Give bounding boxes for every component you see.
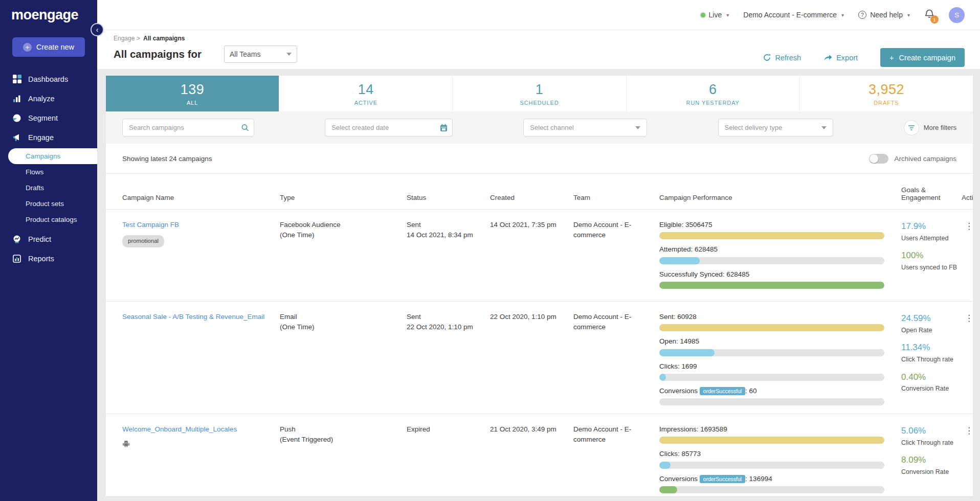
goal-metric: 0.40% Conversion Rate xyxy=(901,371,957,393)
sidebar-item-reports[interactable]: Reports xyxy=(0,249,97,268)
sidebar: moengage ‹ + Create new Dashboards Analy… xyxy=(0,0,97,501)
performance-metric: Conversions orderSuccessful: 136994 xyxy=(659,474,897,493)
performance-bar xyxy=(659,462,884,469)
chevron-down-icon xyxy=(635,126,640,129)
sidebar-item-engage[interactable]: Engage xyxy=(0,128,97,147)
filter-bar: Select channel Select delivery type More… xyxy=(106,111,973,144)
goal-metric: 5.06% Click Through rate xyxy=(901,424,957,447)
goal-metric: 11.34% Click Through rate xyxy=(901,341,957,363)
delivery-placeholder: Select delivery type xyxy=(725,124,783,131)
sidebar-collapse-button[interactable]: ‹ xyxy=(91,23,104,36)
column-header-name: Campaign Name xyxy=(122,194,276,201)
column-header-goals: Goals & Engagement xyxy=(901,186,957,201)
table-header: Campaign Name Type Status Created Team C… xyxy=(106,174,973,210)
account-switcher[interactable]: Demo Account - E-commerce ▾ xyxy=(743,11,844,19)
tab-label: ALL xyxy=(187,100,198,106)
avatar[interactable]: S xyxy=(949,7,965,23)
environment-label: Live xyxy=(709,11,722,19)
sidebar-item-label: Reports xyxy=(28,255,54,263)
sidebar-item-product-catalogs[interactable]: Product catalogs xyxy=(0,212,97,227)
column-header-status: Status xyxy=(407,194,486,201)
column-header-type: Type xyxy=(280,194,403,201)
team-filter-value: All Teams xyxy=(230,50,260,58)
tab-drafts[interactable]: 3,952 DRAFTS xyxy=(799,76,973,111)
tab-count: 1 xyxy=(536,82,544,98)
column-header-performance: Campaign Performance xyxy=(659,194,897,201)
channel-placeholder: Select channel xyxy=(530,124,573,131)
refresh-label: Refresh xyxy=(775,54,801,62)
showing-count-text: Showing latest 24 campaigns xyxy=(122,155,212,163)
breadcrumb-parent[interactable]: Engage xyxy=(114,35,135,42)
campaign-goals: 5.06% Click Through rate 8.09% Conversio… xyxy=(901,424,957,497)
archived-campaigns-label: Archived campaigns xyxy=(894,155,956,163)
sidebar-item-flows[interactable]: Flows xyxy=(0,164,97,180)
performance-bar xyxy=(659,349,884,356)
sidebar-item-dashboards[interactable]: Dashboards xyxy=(0,69,97,89)
more-filters-button[interactable]: More filters xyxy=(904,120,956,135)
breadcrumb: Engage > All campaigns xyxy=(114,35,297,42)
campaign-created: 14 Oct 2021, 7:35 pm xyxy=(490,220,569,301)
goal-metric: 24.59% Open Rate xyxy=(901,312,957,334)
android-icon xyxy=(122,440,130,451)
goal-metric: 100% Users synced to FB xyxy=(901,249,957,271)
environment-switcher[interactable]: Live ▾ xyxy=(701,11,729,19)
sidebar-item-campaigns[interactable]: Campaigns xyxy=(8,148,97,164)
notification-count-badge: 1 xyxy=(930,15,939,24)
create-new-button[interactable]: + Create new xyxy=(12,37,85,57)
tab-label: SCHEDULED xyxy=(520,100,559,106)
performance-metric: Eligible: 3506475 xyxy=(659,220,897,239)
sidebar-item-drafts[interactable]: Drafts xyxy=(0,180,97,196)
more-filters-label: More filters xyxy=(924,124,956,131)
table-row: Test Campaign FB promotional Facebook Au… xyxy=(106,210,973,302)
tab-count: 139 xyxy=(181,82,205,98)
sidebar-item-predict[interactable]: Predict xyxy=(0,230,97,249)
table-row: Welcome_Onboard_Multiple_Locales Push (E… xyxy=(106,414,973,497)
performance-metric: Successfully Synced: 628485 xyxy=(659,269,897,289)
campaign-name-link[interactable]: Test Campaign FB xyxy=(122,220,179,230)
refresh-button[interactable]: Refresh xyxy=(763,53,801,62)
toggle-knob xyxy=(870,154,878,163)
row-actions-menu[interactable]: ⋮ xyxy=(962,426,973,436)
tab-active[interactable]: 14 ACTIVE xyxy=(279,76,452,111)
breadcrumb-current: All campaigns xyxy=(143,35,185,42)
notifications-button[interactable]: 1 xyxy=(924,9,934,21)
performance-bar xyxy=(659,374,884,381)
performance-bar xyxy=(659,324,884,331)
help-menu[interactable]: ? Need help ▾ xyxy=(858,11,910,19)
plus-icon: + xyxy=(23,43,32,52)
sidebar-nav: Dashboards Analyze Segment Engage xyxy=(0,69,97,268)
performance-bar xyxy=(659,398,884,405)
created-date-input[interactable] xyxy=(325,119,453,136)
sidebar-item-product-sets[interactable]: Product sets xyxy=(0,196,97,212)
archived-campaigns-toggle[interactable] xyxy=(869,154,888,164)
column-header-team: Team xyxy=(573,194,655,201)
sidebar-item-segment[interactable]: Segment xyxy=(0,108,97,128)
performance-metric: Conversions orderSuccessful: 60 xyxy=(659,386,897,405)
table-row: Seasonal Sale - A/B Testing & Revenue_Em… xyxy=(106,302,973,414)
sidebar-item-label: Segment xyxy=(28,114,58,122)
reports-icon xyxy=(12,255,21,263)
campaign-status: Sent 14 Oct 2021, 8:34 pm xyxy=(407,220,486,301)
tab-run-yesterday[interactable]: 6 RUN YESTERDAY xyxy=(626,76,799,111)
search-input[interactable] xyxy=(122,119,254,136)
tab-scheduled[interactable]: 1 SCHEDULED xyxy=(452,76,626,111)
sidebar-item-analyze[interactable]: Analyze xyxy=(0,89,97,108)
live-status-dot xyxy=(701,13,705,17)
channel-dropdown[interactable]: Select channel xyxy=(523,119,647,136)
export-button[interactable]: Export xyxy=(823,54,858,62)
row-actions-menu[interactable]: ⋮ xyxy=(962,313,973,323)
conversion-goal-badge: orderSuccessful xyxy=(700,475,745,483)
team-filter-dropdown[interactable]: All Teams xyxy=(224,45,297,63)
performance-bar xyxy=(659,486,884,493)
campaign-name-link[interactable]: Seasonal Sale - A/B Testing & Revenue_Em… xyxy=(122,312,264,322)
performance-bar xyxy=(659,437,884,444)
delivery-type-dropdown[interactable]: Select delivery type xyxy=(718,119,833,136)
campaign-goals: 17.9% Users Attempted 100% Users synced … xyxy=(901,220,957,301)
status-tabs: 139 ALL 14 ACTIVE 1 SCHEDULED 6 RUN YEST… xyxy=(106,76,973,111)
campaign-name-link[interactable]: Welcome_Onboard_Multiple_Locales xyxy=(122,424,237,435)
campaign-created: 22 Oct 2020, 1:10 pm xyxy=(490,312,569,414)
create-campaign-button[interactable]: + Create campaign xyxy=(880,48,965,67)
chevron-down-icon xyxy=(286,53,292,56)
row-actions-menu[interactable]: ⋮ xyxy=(962,221,973,231)
tab-all[interactable]: 139 ALL xyxy=(106,76,279,111)
